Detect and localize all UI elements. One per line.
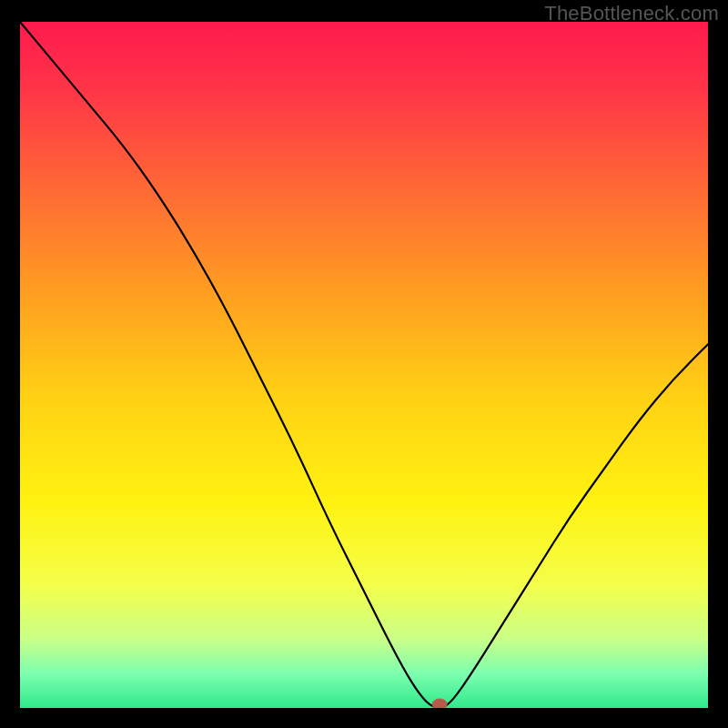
chart-area xyxy=(20,22,708,708)
optimal-point-marker xyxy=(432,699,447,708)
gradient-background xyxy=(20,22,708,708)
bottleneck-chart-svg xyxy=(20,22,708,708)
